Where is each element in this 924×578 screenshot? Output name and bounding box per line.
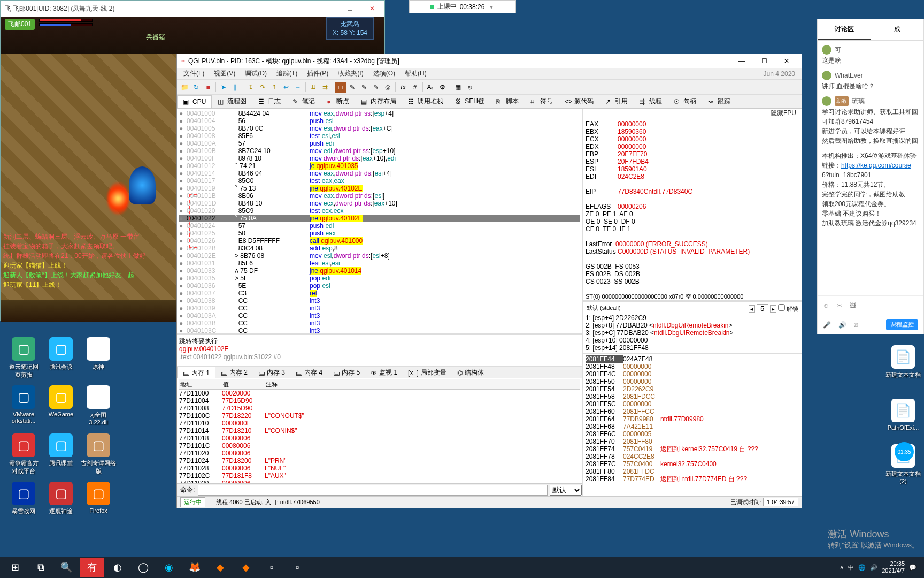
stack-row[interactable]: 2081FF5C 00000000: [586, 400, 799, 408]
desktop-icon[interactable]: ▢xj全图3.22.dll: [80, 385, 117, 425]
stack-row[interactable]: 2081FF48 00000000: [586, 363, 799, 370]
step-over-icon[interactable]: ↷: [257, 82, 268, 93]
run-to-icon[interactable]: →: [292, 82, 303, 93]
taskbar-app[interactable]: ◆: [234, 558, 258, 577]
notifications-icon[interactable]: 💬: [909, 564, 917, 571]
memory-dump[interactable]: 地址 值 注释 77D110000002000077D1100477D15D90…: [177, 378, 582, 483]
volume-icon[interactable]: 🔊: [870, 564, 877, 571]
tab-handles[interactable]: ☉句柄: [668, 94, 702, 109]
step-back-icon[interactable]: ↩: [281, 82, 291, 93]
dump-row[interactable]: 77D1101800080006: [179, 435, 580, 442]
search-button[interactable]: 🔍: [55, 558, 78, 577]
stack-row[interactable]: 2081FF50 00000000: [586, 378, 799, 385]
disasm-row[interactable]: ●0040100B 8B7C24 10mov edi,dword ptr ss:…: [179, 147, 580, 155]
menu-help[interactable]: 帮助(H): [401, 68, 431, 79]
register-row[interactable]: ESP20F7FDB4: [586, 158, 799, 165]
dump-row[interactable]: 77D1102800080006L"NUL": [179, 465, 580, 472]
dump-row[interactable]: 77D1101C00080006: [179, 442, 580, 450]
disasm-row[interactable]: ●0040100A 57push edi: [179, 140, 580, 147]
ime-indicator[interactable]: 中: [848, 564, 854, 572]
stop-icon[interactable]: ■: [203, 82, 213, 93]
course-monitor-button[interactable]: 课程监控: [886, 319, 918, 330]
minimize-button[interactable]: —: [319, 5, 335, 12]
desktop-icon[interactable]: ▢腾讯会议: [43, 337, 79, 371]
tab-notes[interactable]: ✎笔记: [287, 94, 321, 109]
menu-options[interactable]: 选项(O): [369, 68, 399, 79]
settings-icon[interactable]: ⚙: [437, 82, 448, 93]
emoji-icon[interactable]: ☺: [823, 302, 829, 309]
taskbar-app[interactable]: ▫: [260, 558, 283, 577]
register-row[interactable]: EBX18590360: [586, 128, 799, 135]
eip-row[interactable]: EIP77D8340C ntdll.77D8340C: [586, 188, 799, 195]
command-mode-select[interactable]: 默认: [550, 485, 582, 496]
disasm-row[interactable]: ●0040103B CCint3: [179, 320, 580, 327]
maximize-button[interactable]: ☐: [342, 5, 358, 12]
registers-view[interactable]: EAX00000000EBX18590360ECX00000000EDX0000…: [583, 118, 802, 300]
stack-row[interactable]: 2081FF4C 00000000: [586, 370, 799, 378]
menu-debug[interactable]: 调试(D): [241, 68, 271, 79]
disasm-row[interactable]: ●00401005 8B70 0Cmov esi,dword ptr ds:[e…: [179, 125, 580, 132]
disasm-row[interactable]: ●00401017 85C0test eax,eax: [179, 177, 580, 185]
desktop-icon[interactable]: ▢霸争霸官方对战平台: [5, 434, 42, 475]
stack-row[interactable]: 2081FF84 77D774ED 返回到 ntdll.77D774ED 自 ?…: [586, 475, 799, 483]
desktop-icon[interactable]: ▢WeGame: [43, 385, 79, 417]
dump-row[interactable]: 77D1100877D15D90: [179, 405, 580, 412]
exit-icon[interactable]: ⎋: [464, 82, 475, 93]
regs-header[interactable]: 隐藏FPU: [583, 109, 802, 118]
highlight-icon[interactable]: ◎: [382, 82, 393, 93]
dump-tab-5[interactable]: 🖴内存 5: [328, 367, 365, 379]
disasm-row[interactable]: ●00401022˅ 75 0Ajne qglpuv.40102E: [179, 215, 580, 222]
disasm-row[interactable]: ●0040102B 83C4 08add esp,8: [179, 245, 580, 252]
disasm-row[interactable]: ●00401031 85F6test esi,esi: [179, 260, 580, 267]
disasm-row[interactable]: ●00401019˅ 75 13jne qglpuv.40102E: [179, 185, 580, 192]
message-list[interactable]: 可这是啥WhatEver讲师 血棍是啥哈？助教琉璃学习讨论求助讲师、获取工具和回…: [818, 41, 923, 295]
stack-row[interactable]: 2081FF64 77DB9980 ntdll.77D89980: [586, 415, 799, 423]
restart-icon[interactable]: ↻: [191, 82, 202, 93]
pause-icon[interactable]: ∥: [230, 82, 241, 93]
taskbar-app[interactable]: ◐: [106, 558, 129, 577]
stack-view[interactable]: 2081FF44 024A7F48 2081FF48 00000000 2081…: [583, 353, 802, 496]
hash-icon[interactable]: #: [410, 82, 420, 93]
disasm-row[interactable]: ●00401033ʌ 75 DFjne qglpuv.401014: [179, 267, 580, 275]
disasm-row[interactable]: ●0040101D 8B48 10mov ecx,dword ptr ds:[e…: [179, 200, 580, 207]
disasm-row[interactable]: ●0040100F 8978 10mov dword ptr ds:[eax+1…: [179, 155, 580, 162]
stack-row[interactable]: 2081FF70 2081FF80: [586, 438, 799, 445]
desktop-icon[interactable]: ▢VMwareorkstati...: [5, 385, 42, 424]
menu-file[interactable]: 文件(F): [179, 68, 209, 79]
stack-row[interactable]: 2081FF6C 00000005: [586, 430, 799, 438]
command-input[interactable]: [198, 485, 548, 496]
stack-row[interactable]: 2081FF68 7A421E11: [586, 423, 799, 430]
unlock-checkbox[interactable]: [778, 304, 785, 311]
stack-row[interactable]: 2081FF58 2081FDCC: [586, 393, 799, 400]
comment-icon[interactable]: ✎: [347, 82, 358, 93]
close-button[interactable]: ✕: [776, 55, 797, 67]
locals-tab[interactable]: [x=]局部变量: [403, 367, 452, 379]
tab-log[interactable]: ☰日志: [252, 94, 287, 109]
dump-row[interactable]: 77D1100477D15D90: [179, 397, 580, 405]
stack-row[interactable]: 2081FF80 2081FFDC: [586, 468, 799, 475]
dump-row[interactable]: 77D110100000000E: [179, 420, 580, 427]
disasm-row[interactable]: ●00401037 C3ret: [179, 290, 580, 297]
disasm-row[interactable]: ●0040103A CCint3: [179, 312, 580, 320]
disasm-row[interactable]: ●00401039 CCint3: [179, 305, 580, 312]
open-icon[interactable]: 📁: [179, 82, 190, 93]
arg-row[interactable]: 1: [esp+4] 2D2262C9: [586, 314, 799, 322]
trace-into-icon[interactable]: ⇊: [308, 82, 319, 93]
tab-members[interactable]: 成: [871, 19, 923, 40]
tab-cpu[interactable]: ▣CPU: [177, 95, 212, 108]
register-row[interactable]: EBP20F7FF70: [586, 150, 799, 158]
desktop-icon[interactable]: ▢道云笔记网页剪报: [5, 337, 42, 379]
stack-row[interactable]: 2081FF54 2D2262C9: [586, 385, 799, 393]
tray-expand-icon[interactable]: ʌ: [840, 564, 844, 571]
calc-icon[interactable]: ▦: [452, 82, 463, 93]
image-icon[interactable]: 🖼: [850, 302, 856, 309]
menu-trace[interactable]: 追踪(T): [272, 68, 302, 79]
disasm-row[interactable]: ●00401038 CCint3: [179, 297, 580, 305]
speaker-icon[interactable]: 🔊: [838, 321, 846, 329]
disasm-row[interactable]: ●00401025 50push eax: [179, 230, 580, 237]
stack-row[interactable]: 2081FF74 757C0419 返回到 kernel32.757C0419 …: [586, 445, 799, 453]
tab-memmap[interactable]: ▤内存布局: [355, 94, 402, 109]
taskbar-app[interactable]: 有: [80, 558, 104, 577]
desktop-icon[interactable]: 📄PathOfExi...: [885, 399, 921, 431]
register-row[interactable]: EDI024C2E8: [586, 173, 799, 180]
